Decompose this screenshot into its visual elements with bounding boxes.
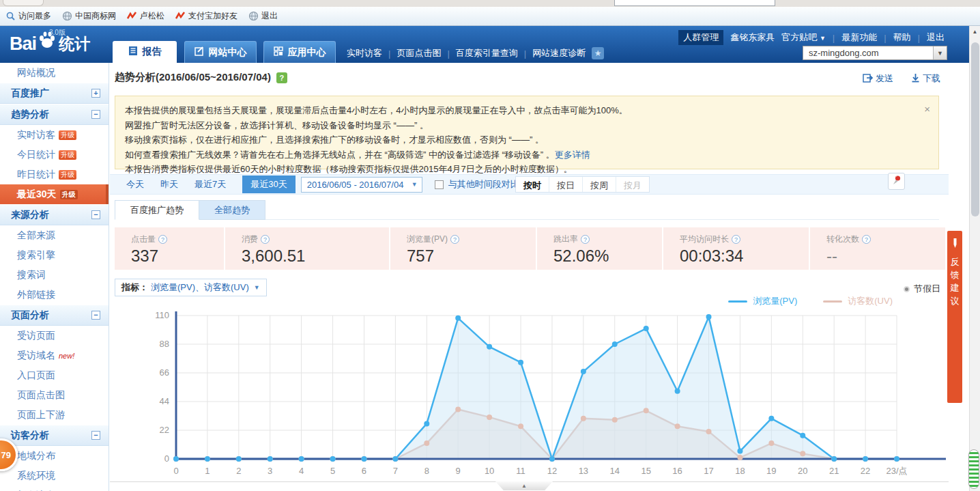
stat-cost: 消费? 3,600.51 bbox=[225, 227, 389, 270]
metric-selector-dropdown[interactable]: 指标： 浏览量(PV)、访客数(UV) ▼ bbox=[115, 279, 267, 296]
expand-icon[interactable]: + bbox=[91, 89, 100, 98]
pin-button[interactable] bbox=[888, 173, 905, 190]
compare-checkbox[interactable] bbox=[435, 180, 444, 189]
sidebar-item-search-terms[interactable]: 搜索词 bbox=[0, 265, 109, 285]
scroll-up-icon[interactable]: ▲ bbox=[970, 26, 980, 37]
sidebar-item-last-30-days[interactable]: 最近30天升级 bbox=[0, 184, 109, 204]
chevron-down-icon[interactable]: ▼ bbox=[933, 46, 947, 59]
bookmark-china-trademark[interactable]: 中国商标网 bbox=[62, 10, 116, 22]
collapse-icon[interactable]: − bbox=[91, 110, 100, 119]
page-title: 趋势分析(2016/06/05~2016/07/04) bbox=[115, 71, 271, 84]
bookmark-lusongsong[interactable]: 卢松松 bbox=[127, 10, 164, 22]
star-icon[interactable]: ★ bbox=[592, 47, 604, 59]
official-tieba-link[interactable]: 官方贴吧 ▼ bbox=[781, 31, 826, 44]
granularity-monthly[interactable]: 按月 bbox=[616, 177, 649, 192]
sidebar-item-system-environment[interactable]: 系统环境 bbox=[0, 466, 109, 486]
tab-site-center[interactable]: 网站中心 bbox=[184, 41, 257, 63]
help-icon[interactable]: ? bbox=[862, 235, 871, 244]
granularity-daily[interactable]: 按日 bbox=[549, 177, 582, 192]
tab-all-trend[interactable]: 全部趋势 bbox=[199, 200, 265, 220]
bookmark-visit-most[interactable]: 访问最多 bbox=[5, 10, 51, 22]
stat-value: 52.06% bbox=[553, 247, 662, 266]
vertical-scrollbar[interactable]: ▲ bbox=[969, 26, 980, 491]
svg-text:13: 13 bbox=[579, 466, 588, 476]
sidebar-item-entry-pages[interactable]: 入口页面 bbox=[0, 365, 109, 385]
date-filter-bar: 今天 昨天 最近7天 最近30天 2016/06/05 - 2016/07/04… bbox=[110, 174, 949, 195]
baidu-tongji-logo[interactable]: Bai 统计 3.0版 bbox=[10, 30, 90, 55]
send-button[interactable]: 发送 bbox=[863, 72, 893, 85]
sidebar-item-yesterday-stats[interactable]: 昨日统计升级 bbox=[0, 165, 109, 184]
download-button[interactable]: 下载 bbox=[911, 72, 940, 85]
help-icon[interactable]: ? bbox=[158, 235, 167, 244]
filter-last-30-days[interactable]: 最近30天 bbox=[242, 176, 295, 193]
sidebar-item-realtime-visitors[interactable]: 实时访客升级 bbox=[0, 125, 109, 145]
site-selector-dropdown[interactable]: sz-mingdong.com ▼ bbox=[803, 46, 947, 60]
green-striped-widget bbox=[968, 449, 979, 489]
sidebar-item-new-returning-visitors[interactable]: 新老访客 bbox=[0, 486, 109, 491]
date-range-dropdown[interactable]: 2016/06/05 - 2016/07/04 ▼ bbox=[301, 177, 422, 193]
sidebar-item-external-links[interactable]: 外部链接 bbox=[0, 285, 109, 305]
sidebar-item-all-sources[interactable]: 全部来源 bbox=[0, 225, 109, 245]
help-link[interactable]: 帮助 bbox=[893, 31, 911, 44]
svg-text:5: 5 bbox=[330, 466, 335, 476]
realtime-visitors-link[interactable]: 实时访客 bbox=[347, 47, 382, 59]
sidebar-item-visited-pages[interactable]: 受访页面 bbox=[0, 326, 109, 346]
collapse-icon[interactable]: − bbox=[91, 210, 100, 219]
latest-features-link[interactable]: 最新功能 bbox=[841, 31, 877, 44]
svg-text:110: 110 bbox=[155, 310, 169, 320]
legend-uv[interactable]: 访客数(UV) bbox=[823, 295, 893, 307]
sidebar-item-page-click-map[interactable]: 页面点击图 bbox=[0, 385, 109, 405]
site-speed-diagnosis-link[interactable]: 网站速度诊断 bbox=[532, 47, 586, 59]
bookmarks-bar: 访问最多 中国商标网 卢松松 支付宝加好友 退出 bbox=[0, 7, 980, 26]
sidebar-section-baidu-promotion[interactable]: 百度推广+ bbox=[0, 83, 109, 104]
tab-app-center[interactable]: 应用中心 bbox=[263, 41, 336, 63]
help-icon[interactable]: ? bbox=[450, 235, 459, 244]
site-name-link[interactable]: 鑫铭东家具 bbox=[730, 31, 775, 44]
sidebar-item-today-stats[interactable]: 今日统计升级 bbox=[0, 145, 109, 165]
tab-baidu-promotion-trend[interactable]: 百度推广趋势 bbox=[115, 200, 199, 220]
sidebar-section-trend-analysis[interactable]: 趋势分析− bbox=[0, 104, 109, 125]
collapse-icon[interactable]: − bbox=[91, 311, 100, 320]
collapse-panel-handle[interactable]: ▲ bbox=[495, 481, 553, 490]
tab-report[interactable]: 报告 bbox=[113, 41, 177, 63]
feedback-button[interactable]: 反馈建议 bbox=[947, 231, 962, 403]
holiday-toggle[interactable]: 节假日 bbox=[904, 283, 940, 295]
browser-toolbar-strip bbox=[0, 0, 980, 7]
sidebar-section-page-analysis[interactable]: 页面分析− bbox=[0, 305, 109, 326]
scrollbar-thumb[interactable] bbox=[971, 42, 979, 216]
page-click-map-link[interactable]: 页面点击图 bbox=[397, 47, 441, 59]
globe-icon bbox=[248, 11, 259, 21]
crowd-management-link[interactable]: 人群管理 bbox=[678, 30, 723, 45]
grid-icon bbox=[274, 46, 283, 58]
holiday-dot-icon bbox=[904, 286, 910, 292]
legend-pv-swatch bbox=[728, 300, 747, 303]
bookmark-alipay-friend[interactable]: 支付宝加好友 bbox=[175, 10, 237, 22]
stat-value: 00:03:34 bbox=[680, 247, 809, 266]
sidebar-item-search-engines[interactable]: 搜索引擎 bbox=[0, 245, 109, 265]
baidu-index-query-link[interactable]: 百度索引量查询 bbox=[456, 47, 518, 59]
help-icon[interactable]: ? bbox=[732, 235, 740, 244]
trend-chart-svg: 0224466881100123456789101112131415161718… bbox=[115, 307, 950, 479]
filter-today[interactable]: 今天 bbox=[126, 178, 144, 191]
help-icon[interactable]: ? bbox=[276, 72, 287, 83]
sidebar-section-source-analysis[interactable]: 来源分析− bbox=[0, 204, 109, 225]
compare-label[interactable]: 与其他时间段对比 bbox=[448, 178, 519, 191]
sidebar-section-visitor-analysis[interactable]: 访客分析− bbox=[0, 425, 109, 446]
legend-pv-label: 浏览量(PV) bbox=[753, 295, 797, 307]
filter-yesterday[interactable]: 昨天 bbox=[160, 178, 178, 191]
close-icon[interactable]: × bbox=[924, 102, 930, 117]
filter-last-7-days[interactable]: 最近7天 bbox=[194, 178, 226, 191]
granularity-hourly[interactable]: 按时 bbox=[516, 177, 549, 192]
help-icon[interactable]: ? bbox=[581, 235, 590, 244]
sidebar-item-site-overview[interactable]: 网站概况 bbox=[0, 63, 109, 83]
sidebar-item-page-flow[interactable]: 页面上下游 bbox=[0, 405, 109, 425]
granularity-weekly[interactable]: 按周 bbox=[582, 177, 616, 192]
logout-link[interactable]: 退出 bbox=[927, 31, 945, 44]
more-details-link[interactable]: 更多详情 bbox=[555, 150, 590, 160]
stat-bounce-rate: 跳出率? 52.06% bbox=[537, 227, 662, 270]
bookmark-logout[interactable]: 退出 bbox=[248, 10, 278, 22]
sidebar-item-visited-domains[interactable]: 受访域名new! bbox=[0, 346, 109, 365]
legend-pv[interactable]: 浏览量(PV) bbox=[728, 295, 797, 307]
collapse-icon[interactable]: − bbox=[91, 431, 100, 440]
help-icon[interactable]: ? bbox=[261, 235, 270, 244]
